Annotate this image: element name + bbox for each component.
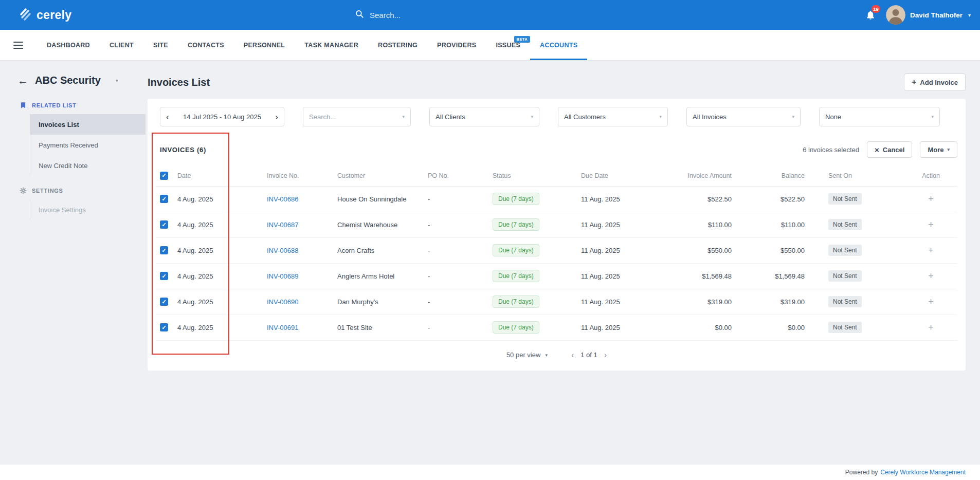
column-header-customer[interactable]: Customer: [337, 165, 428, 186]
select-all-checkbox[interactable]: ✓: [160, 172, 168, 180]
status-badge: Due (7 days): [493, 193, 539, 205]
check-icon: ✓: [161, 273, 166, 279]
list-head: INVOICES (6) 6 invoices selected × Cance…: [156, 141, 957, 158]
invoices-table: ✓ Date Invoice No. Customer PO No. Statu…: [156, 165, 957, 341]
entity-dropdown-icon[interactable]: ▾: [116, 78, 118, 83]
row-checkbox[interactable]: ✓: [160, 246, 168, 254]
check-icon: ✓: [161, 222, 166, 228]
customers-filter[interactable]: All Customers ▾: [558, 107, 668, 126]
cell-invoice-no: INV-00687: [267, 212, 337, 237]
row-add-button[interactable]: +: [928, 271, 934, 281]
customers-filter-value: All Customers: [564, 113, 606, 121]
page-prev-button[interactable]: ‹: [571, 351, 574, 359]
row-add-button[interactable]: +: [928, 245, 934, 255]
nav-tab-contacts[interactable]: CONTACTS: [178, 30, 234, 60]
global-search[interactable]: Search...: [355, 0, 401, 30]
cell-sent-on: Not Sent: [811, 263, 904, 289]
column-header-invoice-amount[interactable]: Invoice Amount: [663, 165, 738, 186]
page-next-button[interactable]: ›: [604, 351, 607, 359]
sent-status-badge: Not Sent: [828, 193, 862, 205]
sidebar-item-new-credit-note[interactable]: New Credit Note: [30, 155, 146, 176]
cerely-logo-icon: [19, 7, 32, 23]
nav-tab-accounts[interactable]: ACCOUNTS: [530, 30, 587, 60]
cell-checkbox: ✓: [156, 289, 177, 315]
brand[interactable]: cerely: [0, 7, 71, 23]
table-row: ✓4 Aug. 2025INV-00689Anglers Arms Hotel-…: [156, 263, 957, 289]
status-badge: Due (7 days): [493, 218, 539, 231]
bell-icon: [865, 13, 876, 22]
footer-link[interactable]: Cerely Workforce Management: [880, 469, 966, 476]
tags-filter-value: None: [825, 113, 841, 121]
row-checkbox[interactable]: ✓: [160, 323, 168, 331]
row-checkbox[interactable]: ✓: [160, 220, 168, 229]
row-add-button[interactable]: +: [928, 297, 934, 307]
sent-status-badge: Not Sent: [828, 270, 862, 282]
cell-customer: House On Sunningdale: [337, 186, 428, 212]
cell-balance: $110.00: [738, 212, 811, 237]
sidebar-items: Invoice Settings: [0, 199, 148, 220]
invoice-link[interactable]: INV-00690: [267, 298, 298, 306]
sidebar-section: SETTINGSInvoice Settings: [0, 187, 148, 220]
back-button[interactable]: ←: [17, 75, 28, 86]
row-checkbox[interactable]: ✓: [160, 195, 168, 203]
column-header-status[interactable]: Status: [493, 165, 581, 186]
chevron-right-icon[interactable]: ›: [275, 113, 278, 121]
row-checkbox[interactable]: ✓: [160, 298, 168, 306]
add-invoice-button[interactable]: + Add Invoice: [904, 73, 966, 91]
cell-invoice-amount: $319.00: [663, 289, 738, 315]
menu-button[interactable]: [0, 30, 32, 60]
invoice-link[interactable]: INV-00688: [267, 247, 298, 254]
row-checkbox[interactable]: ✓: [160, 272, 168, 280]
filter-bar: ‹ 14 Jul 2025 - 10 Aug 2025 › Search... …: [160, 107, 957, 126]
invoice-link[interactable]: INV-00691: [267, 324, 298, 331]
nav-tab-task-manager[interactable]: TASK MANAGER: [295, 30, 368, 60]
date-range-picker[interactable]: ‹ 14 Jul 2025 - 10 Aug 2025 ›: [160, 107, 284, 126]
search-filter[interactable]: Search... ▾: [303, 107, 411, 126]
notification-badge: 19: [872, 5, 880, 13]
sidebar-sections: RELATED LISTInvoices ListPayments Receiv…: [0, 102, 148, 220]
invoice-link[interactable]: INV-00689: [267, 272, 298, 280]
user-menu[interactable]: David Thalhofer ▾: [886, 5, 971, 25]
column-header-po-no[interactable]: PO No.: [428, 165, 493, 186]
nav-tab-personnel[interactable]: PERSONNEL: [234, 30, 295, 60]
column-header-invoice-no[interactable]: Invoice No.: [267, 165, 337, 186]
invoice-link[interactable]: INV-00687: [267, 221, 298, 229]
clients-filter[interactable]: All Clients ▾: [429, 107, 539, 126]
cancel-selection-button[interactable]: × Cancel: [867, 141, 912, 158]
cell-due-date: 11 Aug. 2025: [581, 315, 663, 340]
table-header-row: ✓ Date Invoice No. Customer PO No. Statu…: [156, 165, 957, 186]
per-view-value: 50 per view: [506, 351, 540, 359]
row-add-button[interactable]: +: [928, 219, 934, 230]
nav-tab-rostering[interactable]: ROSTERING: [368, 30, 427, 60]
tags-filter[interactable]: None ▾: [819, 107, 940, 126]
invoice-link[interactable]: INV-00686: [267, 195, 298, 203]
chevron-left-icon[interactable]: ‹: [166, 113, 169, 121]
row-add-button[interactable]: +: [928, 322, 934, 333]
status-badge: Due (7 days): [493, 321, 539, 334]
sidebar-item-payments-received[interactable]: Payments Received: [30, 135, 146, 155]
row-add-button[interactable]: +: [928, 194, 934, 204]
cell-status: Due (7 days): [493, 315, 581, 340]
column-header-date[interactable]: Date: [177, 165, 267, 186]
per-view-select[interactable]: 50 per view ▾: [506, 351, 548, 359]
cell-checkbox: ✓: [156, 186, 177, 212]
nav-tab-site[interactable]: SITE: [143, 30, 178, 60]
more-button[interactable]: More ▾: [920, 141, 957, 158]
nav-tab-issues[interactable]: ISSUESBETA: [486, 30, 530, 60]
nav-tab-client[interactable]: CLIENT: [100, 30, 143, 60]
chevron-down-icon: ▾: [931, 114, 934, 119]
sidebar-item-invoice-settings[interactable]: Invoice Settings: [30, 199, 146, 220]
column-header-due-date[interactable]: Due Date: [581, 165, 663, 186]
main: Invoices List + Add Invoice ‹ 14 Jul 202…: [148, 61, 980, 465]
notifications-button[interactable]: 19: [865, 8, 876, 23]
cell-checkbox: ✓: [156, 263, 177, 289]
cell-po-no: -: [428, 186, 493, 212]
column-header-sent-on[interactable]: Sent On: [811, 165, 904, 186]
nav-tab-dashboard[interactable]: DASHBOARD: [37, 30, 100, 60]
invoices-filter[interactable]: All Invoices ▾: [686, 107, 801, 126]
sidebar-item-invoices-list[interactable]: Invoices List: [30, 114, 146, 135]
cell-due-date: 11 Aug. 2025: [581, 212, 663, 237]
nav-tab-providers[interactable]: PROVIDERS: [427, 30, 486, 60]
column-header-balance[interactable]: Balance: [738, 165, 811, 186]
section-title-text: SETTINGS: [32, 188, 63, 194]
